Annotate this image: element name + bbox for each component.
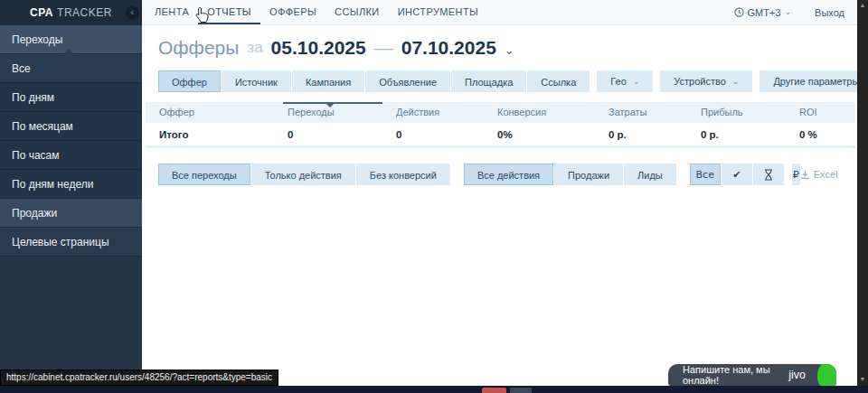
- top-right: GMT+3 ⌄ Выход: [734, 0, 868, 24]
- col-header-deystviya[interactable]: Действия: [382, 102, 484, 123]
- geo-dropdown[interactable]: Гео ⌄: [597, 70, 653, 92]
- nav-ssylki[interactable]: ССЫЛКИ: [326, 0, 389, 24]
- ruble-icon: ₽: [793, 169, 799, 181]
- table-row-totals: Итого 0 0 0% 0 р. 0 р. 0 %: [146, 123, 855, 148]
- tab-obyavlenie[interactable]: Объявление: [365, 70, 450, 92]
- chevron-down-icon: ⌄: [732, 78, 740, 86]
- device-dropdown[interactable]: Устройство ⌄: [660, 70, 752, 92]
- scroll-up-icon[interactable]: ▲: [857, 2, 868, 8]
- chat-brand: jivo: [788, 369, 806, 381]
- col-header-perehody-label: Переходы: [288, 107, 335, 117]
- date-from[interactable]: 05.10.2025: [271, 37, 366, 59]
- tab-ploschadka[interactable]: Площадка: [451, 70, 526, 92]
- geo-dropdown-label: Гео: [610, 70, 626, 92]
- status-bar-url: https://cabinet.cpatracker.ru/users/4825…: [0, 370, 278, 386]
- col-header-roi[interactable]: ROI: [786, 102, 855, 123]
- timezone-label: GMT+3: [748, 7, 781, 18]
- logo-bold: CPA: [30, 6, 53, 19]
- taskbar-app-gray: [510, 388, 532, 393]
- status-filter-group: Все ✔: [690, 164, 784, 185]
- table-header-row: Оффер Переходы Действия Конверсия Затрат…: [146, 102, 855, 123]
- tab-offer[interactable]: Оффер: [158, 70, 221, 92]
- sidebar-collapse-button[interactable]: ‹: [126, 6, 139, 20]
- filter-vse-deystviya[interactable]: Все действия: [464, 164, 553, 185]
- sidebar: Переходы Все По дням По месяцам По часам…: [0, 25, 142, 393]
- vertical-scrollbar[interactable]: ▲ ▼: [857, 0, 868, 393]
- chat-message: Напишите нам, мы онлайн!: [683, 364, 788, 386]
- taskbar-app-red: [482, 388, 506, 393]
- chat-widget[interactable]: Напишите нам, мы онлайн! jivo: [668, 364, 836, 386]
- totals-roi: 0 %: [786, 129, 855, 140]
- sidebar-item-po-chasam[interactable]: По часам: [0, 141, 142, 170]
- collapse-icon: ‹: [131, 7, 135, 17]
- date-range-chevron-icon[interactable]: ⌄: [505, 43, 514, 57]
- totals-pribyl: 0 р.: [687, 129, 786, 140]
- bottom-filter-row: Все переходы Только действия Без конверс…: [158, 164, 857, 185]
- sidebar-item-po-dnyam[interactable]: По дням: [0, 83, 142, 112]
- check-icon: ✔: [732, 169, 741, 181]
- date-separator: —: [374, 37, 393, 59]
- col-header-offer[interactable]: Оффер: [146, 102, 274, 123]
- nav-lenta[interactable]: ЛЕНТА: [146, 0, 198, 24]
- report-heading: Офферы за 05.10.2025 — 07.10.2025 ⌄: [158, 37, 857, 59]
- totals-konversiya: 0%: [484, 129, 595, 140]
- download-icon: [800, 170, 810, 180]
- hourglass-icon: [764, 169, 773, 181]
- excel-export-link[interactable]: Excel: [800, 169, 838, 180]
- timezone-selector[interactable]: GMT+3 ⌄: [734, 7, 792, 18]
- filter-vse-statusy[interactable]: Все: [690, 164, 721, 185]
- main-content: Офферы за 05.10.2025 — 07.10.2025 ⌄ Оффе…: [142, 25, 857, 386]
- totals-zatraty: 0 р.: [595, 129, 687, 140]
- filter-vse-perehody[interactable]: Все переходы: [158, 164, 250, 185]
- sidebar-item-prodazhi[interactable]: Продажи: [0, 199, 142, 228]
- excel-label: Excel: [814, 169, 838, 180]
- chevron-down-icon: ⌄: [633, 78, 640, 86]
- totals-label: Итого: [146, 129, 274, 140]
- filter-confirmed-button[interactable]: ✔: [722, 164, 752, 185]
- totals-perehody: 0: [274, 129, 382, 140]
- date-to[interactable]: 07.10.2025: [401, 37, 496, 59]
- dimension-filter-row: Оффер Источник Кампания Объявление Площа…: [158, 70, 857, 92]
- nav-offery[interactable]: ОФФЕРЫ: [260, 0, 326, 24]
- tab-ssylka[interactable]: Ссылка: [527, 70, 590, 92]
- tab-istochnik[interactable]: Источник: [222, 70, 291, 92]
- transition-filter-group: Все переходы Только действия Без конверс…: [158, 164, 450, 185]
- nav-instrumenty[interactable]: ИНСТРУМЕНТЫ: [389, 0, 488, 24]
- logo: CPA TRACKER ‹: [0, 0, 142, 25]
- device-dropdown-label: Устройство: [674, 70, 726, 92]
- sidebar-item-celevye-stranicy[interactable]: Целевые страницы: [0, 228, 142, 257]
- col-header-zatraty[interactable]: Затраты: [595, 102, 687, 123]
- date-preposition: за: [247, 39, 262, 57]
- nav-otchety[interactable]: ОТЧЕТЫ: [198, 0, 260, 24]
- logout-link[interactable]: Выход: [815, 7, 844, 18]
- taskbar-strip: [0, 386, 868, 393]
- sidebar-item-po-dnyam-nedeli[interactable]: По дням недели: [0, 170, 142, 199]
- top-nav: ЛЕНТА ОТЧЕТЫ ОФФЕРЫ ССЫЛКИ ИНСТРУМЕНТЫ G…: [142, 0, 868, 25]
- report-table: Оффер Переходы Действия Конверсия Затрат…: [146, 102, 855, 148]
- jivo-leaf-icon: [814, 364, 836, 386]
- other-params-dropdown-label: Другие параметры: [773, 70, 859, 92]
- chevron-down-icon: ⌄: [785, 8, 792, 16]
- filter-paid-button[interactable]: ₽: [792, 164, 800, 185]
- other-params-dropdown[interactable]: Другие параметры ⌄: [760, 70, 868, 92]
- filter-tolko-deystviya[interactable]: Только действия: [251, 164, 355, 185]
- filter-prodazhi[interactable]: Продажи: [554, 164, 623, 185]
- filter-lidy[interactable]: Лиды: [624, 164, 676, 185]
- totals-deystviya: 0: [382, 129, 484, 140]
- dimension-tabs: Оффер Источник Кампания Объявление Площа…: [158, 70, 590, 92]
- tab-kampaniya[interactable]: Кампания: [292, 70, 364, 92]
- filter-bez-konversiy[interactable]: Без конверсий: [356, 164, 450, 185]
- scroll-down-icon[interactable]: ▼: [857, 376, 868, 382]
- sort-caret-icon: [326, 104, 334, 108]
- logo-rest: TRACKER: [57, 6, 112, 19]
- col-header-konversiya[interactable]: Конверсия: [484, 102, 595, 123]
- col-header-perehody[interactable]: Переходы: [274, 102, 382, 123]
- sidebar-item-vse[interactable]: Все: [0, 54, 142, 83]
- action-filter-group: Все действия Продажи Лиды: [464, 164, 676, 185]
- clock-icon: [734, 7, 744, 17]
- sidebar-item-po-mesyacam[interactable]: По месяцам: [0, 112, 142, 141]
- col-header-pribyl[interactable]: Прибыль: [687, 102, 786, 123]
- filter-pending-button[interactable]: [753, 164, 784, 185]
- page-title: Офферы: [158, 37, 239, 59]
- top-bar: CPA TRACKER ‹ ЛЕНТА ОТЧЕТЫ ОФФЕРЫ ССЫЛКИ…: [0, 0, 868, 25]
